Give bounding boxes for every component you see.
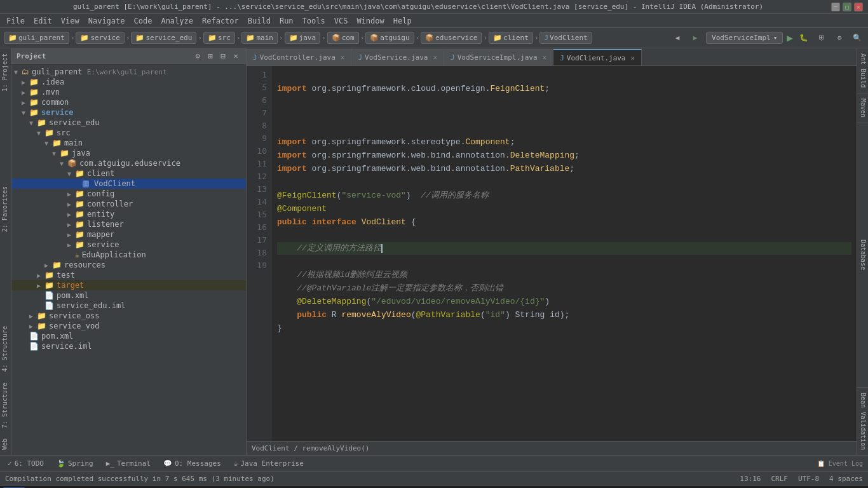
run-button[interactable]: ▶ bbox=[787, 32, 793, 44]
tree-item-config[interactable]: ▶ 📁 config bbox=[11, 189, 246, 199]
menu-vcs[interactable]: VCS bbox=[330, 15, 352, 27]
project-tab[interactable]: 1: Project bbox=[0, 48, 11, 97]
tab-close-icon[interactable]: ✕ bbox=[341, 53, 345, 62]
run-config-dropdown[interactable]: VodServiceImpl ▾ bbox=[706, 32, 783, 44]
menu-tools[interactable]: Tools bbox=[299, 15, 329, 27]
forward-button[interactable]: ▶ bbox=[688, 31, 702, 45]
class-icon: ☕ bbox=[75, 251, 79, 259]
structure-tab[interactable]: 4: Structure bbox=[0, 321, 11, 377]
terminal-tab[interactable]: ▶_ Terminal bbox=[104, 458, 153, 469]
menu-window[interactable]: Window bbox=[353, 15, 388, 27]
tree-item-service-edu[interactable]: ▼ 📁 service_edu bbox=[11, 118, 246, 128]
code-editor[interactable]: 1 5 6 7 8 9 10 11 12 13 14 15 16 17 18 1… bbox=[247, 66, 857, 441]
breadcrumb-java[interactable]: 📁 java bbox=[285, 32, 321, 44]
tree-item-vodclient[interactable]: ▶ I VodClient bbox=[11, 179, 246, 189]
tab-close-icon[interactable]: ✕ bbox=[543, 53, 547, 62]
menu-run[interactable]: Run bbox=[276, 15, 297, 27]
favorites-tab[interactable]: 2: Favorites bbox=[0, 97, 11, 321]
coverage-button[interactable]: ⛨ bbox=[815, 31, 829, 45]
breadcrumb-guli-parent[interactable]: 📁 guli_parent bbox=[4, 32, 69, 44]
breadcrumb-com[interactable]: 📦 com bbox=[327, 32, 359, 44]
tree-item-mvn[interactable]: ▶ 📁 .mvn bbox=[11, 87, 246, 97]
event-log-btn[interactable]: 📋 Event Log bbox=[817, 460, 863, 467]
tree-item-mapper[interactable]: ▶ 📁 mapper bbox=[11, 229, 246, 240]
tree-item-resources[interactable]: ▶ 📁 resources bbox=[11, 260, 246, 270]
tree-item-service-vod[interactable]: ▶ 📁 service_vod bbox=[11, 321, 246, 331]
tab-close-icon[interactable]: ✕ bbox=[433, 53, 437, 62]
tree-item-client[interactable]: ▼ 📁 client bbox=[11, 168, 246, 179]
tab-vodclient[interactable]: J VodClient.java ✕ bbox=[553, 49, 642, 65]
java-enterprise-tab[interactable]: ☕ Java Enterprise bbox=[231, 458, 306, 469]
menu-build[interactable]: Build bbox=[244, 15, 275, 27]
maximize-button[interactable]: □ bbox=[843, 3, 851, 11]
tree-item-guli-parent[interactable]: ▼ 🗂 guli_parent E:\work\guli_parent bbox=[11, 67, 246, 77]
tab-close-icon[interactable]: ✕ bbox=[631, 54, 635, 62]
todo-tab[interactable]: ✓ 6: TODO bbox=[5, 458, 46, 469]
menu-view[interactable]: View bbox=[57, 15, 83, 27]
tree-item-src[interactable]: ▼ 📁 src bbox=[11, 128, 246, 138]
search-button[interactable]: 🔍 bbox=[850, 31, 864, 45]
breadcrumb-client[interactable]: 📁 client bbox=[489, 32, 533, 44]
tree-item-root-pom[interactable]: ▶ 📄 pom.xml bbox=[11, 331, 246, 341]
menu-help[interactable]: Help bbox=[390, 15, 416, 27]
spring-tab[interactable]: 🍃 Spring bbox=[54, 458, 96, 469]
tree-item-entity[interactable]: ▶ 📁 entity bbox=[11, 209, 246, 219]
menu-code[interactable]: Code bbox=[130, 15, 156, 27]
tree-item-package[interactable]: ▼ 📦 com.atguigu.eduservice bbox=[11, 158, 246, 168]
messages-tab[interactable]: 💬 0: Messages bbox=[161, 458, 224, 469]
ant-build-tab[interactable]: Ant Build bbox=[857, 48, 868, 93]
maven-tab[interactable]: Maven bbox=[857, 93, 868, 123]
menu-navigate[interactable]: Navigate bbox=[85, 15, 129, 27]
tree-item-service-pkg[interactable]: ▶ 📁 service bbox=[11, 240, 246, 250]
web-tab[interactable]: Web bbox=[0, 433, 11, 455]
menu-file[interactable]: File bbox=[3, 15, 29, 27]
tree-item-test[interactable]: ▶ 📁 test bbox=[11, 270, 246, 280]
tree-item-listener[interactable]: ▶ 📁 listener bbox=[11, 219, 246, 229]
tree-item-service[interactable]: ▼ 📁 service bbox=[11, 107, 246, 118]
tree-item-main[interactable]: ▼ 📁 main bbox=[11, 138, 246, 148]
tree-item-target[interactable]: ▶ 📁 target bbox=[11, 280, 246, 290]
tree-item-service-iml[interactable]: ▶ 📄 service.iml bbox=[11, 341, 246, 351]
code-content[interactable]: import org.springframework.cloud.openfei… bbox=[272, 66, 857, 441]
tree-item-eduapp[interactable]: ▶ ☕ EduApplication bbox=[11, 250, 246, 260]
breadcrumb-src[interactable]: 📁 src bbox=[203, 32, 235, 44]
folder-icon: 📁 bbox=[75, 169, 85, 178]
tree-item-controller[interactable]: ▶ 📁 controller bbox=[11, 199, 246, 209]
database-tab[interactable]: Database bbox=[857, 123, 868, 387]
tree-item-idea[interactable]: ▶ 📁 .idea bbox=[11, 77, 246, 87]
debug-button[interactable]: 🐛 bbox=[797, 31, 811, 45]
menu-analyze[interactable]: Analyze bbox=[157, 15, 197, 27]
line-ending[interactable]: CRLF bbox=[771, 475, 788, 483]
indent[interactable]: 4 spaces bbox=[829, 475, 863, 483]
project-collapse-icon[interactable]: ⊟ bbox=[218, 51, 228, 61]
tab-vodservice[interactable]: J VodService.java ✕ bbox=[351, 49, 444, 65]
encoding[interactable]: UTF-8 bbox=[798, 475, 819, 483]
project-gear-icon[interactable]: ⚙ bbox=[193, 51, 203, 61]
settings-button[interactable]: ⚙ bbox=[832, 31, 846, 45]
breadcrumb-main[interactable]: 📁 main bbox=[241, 32, 278, 44]
breadcrumb-vodclient[interactable]: J VodClient bbox=[539, 32, 592, 44]
breadcrumb-service[interactable]: 📁 service bbox=[76, 32, 124, 44]
close-button[interactable]: ✕ bbox=[854, 3, 863, 11]
breadcrumb-service-edu[interactable]: 📁 service_edu bbox=[131, 32, 196, 44]
project-close-icon[interactable]: ✕ bbox=[231, 51, 241, 61]
tree-item-sedu-iml[interactable]: ▶ 📄 service_edu.iml bbox=[11, 301, 246, 311]
minimize-button[interactable]: ─ bbox=[831, 3, 840, 11]
tree-item-pom[interactable]: ▶ 📄 pom.xml bbox=[11, 290, 246, 301]
menu-refactor[interactable]: Refactor bbox=[198, 15, 243, 27]
menu-edit[interactable]: Edit bbox=[30, 15, 56, 27]
tree-item-common[interactable]: ▶ 📁 common bbox=[11, 97, 246, 107]
tab-vodcontroller[interactable]: J VodController.java ✕ bbox=[247, 49, 351, 65]
breadcrumb-eduservice[interactable]: 📦 eduservice bbox=[421, 32, 482, 44]
folder-icon-6: 📁 bbox=[289, 34, 298, 42]
bean-validation-tab[interactable]: Bean Validation bbox=[857, 388, 868, 455]
tree-item-service-oss[interactable]: ▶ 📁 service_oss bbox=[11, 311, 246, 321]
tab-vodserviceimpl[interactable]: J VodServiceImpl.java ✕ bbox=[444, 49, 553, 65]
breadcrumb-atguigu[interactable]: 📦 atguigu bbox=[365, 32, 414, 44]
hierarchy-tab[interactable]: 7: Structure bbox=[0, 377, 11, 433]
cursor-position[interactable]: 13:16 bbox=[740, 475, 761, 483]
back-button[interactable]: ◀ bbox=[670, 31, 684, 45]
tree-item-java[interactable]: ▼ 📁 java bbox=[11, 148, 246, 158]
project-expand-icon[interactable]: ⊞ bbox=[205, 51, 215, 61]
line-numbers: 1 5 6 7 8 9 10 11 12 13 14 15 16 17 18 1… bbox=[247, 66, 272, 441]
